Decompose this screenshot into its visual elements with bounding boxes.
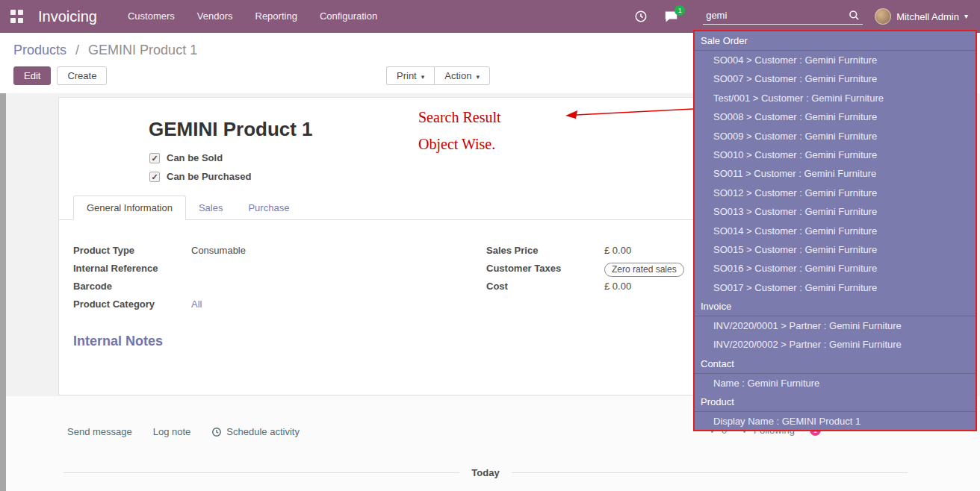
search-result-item[interactable]: SO009 > Customer : Gemini Furniture	[695, 127, 976, 146]
breadcrumb-products-link[interactable]: Products	[13, 43, 66, 57]
today-label: Today	[471, 467, 499, 478]
group-header-sale-order: Sale Order	[695, 31, 976, 51]
search-result-item[interactable]: SO007 > Customer : Gemini Furniture	[695, 69, 976, 88]
caret-down-icon: ▾	[476, 73, 480, 81]
search-result-item[interactable]: SO015 > Customer : Gemini Furniture	[695, 240, 976, 259]
avatar	[875, 8, 891, 25]
search-results-dropdown: Sale Order SO004 > Customer : Gemini Fur…	[693, 30, 977, 431]
search-result-item[interactable]: SO013 > Customer : Gemini Furniture	[695, 202, 976, 221]
messages-icon[interactable]: 1	[664, 10, 678, 23]
apps-grid-icon[interactable]	[10, 10, 25, 24]
fields-left-column: Product Type Consumable Internal Referen…	[73, 245, 357, 316]
today-divider: Today	[63, 467, 908, 478]
field-product-category: Product Category All	[73, 298, 357, 313]
clock-icon	[211, 427, 222, 437]
search-input[interactable]	[706, 10, 840, 21]
chatter-toolbar: Send message Log note Schedule activity	[67, 426, 300, 437]
breadcrumb-current: GEMINI Product 1	[88, 43, 197, 57]
group-header-invoice: Invoice	[695, 297, 976, 316]
app-title[interactable]: Invoicing	[38, 8, 97, 25]
annotation-text: Search Result Object Wise.	[418, 109, 501, 163]
field-barcode: Barcode	[73, 281, 357, 295]
search-result-item[interactable]: Test/001 > Customer : Gemini Furniture	[695, 89, 976, 107]
field-label: Barcode	[73, 281, 191, 292]
can-be-sold-checkbox[interactable]: ✓	[149, 153, 160, 163]
search-result-item[interactable]: Display Name : GEMINI Product 1	[695, 412, 976, 431]
can-be-sold-row: ✓ Can be Sold	[149, 152, 223, 163]
search-result-item[interactable]: INV/2020/0002 > Partner : Gemini Furnitu…	[695, 335, 976, 354]
search-result-item[interactable]: Name : Gemini Furniture	[695, 374, 976, 393]
menu-configuration[interactable]: Configuration	[308, 0, 388, 33]
can-be-purchased-label: Can be Purchased	[167, 171, 251, 182]
menu-reporting[interactable]: Reporting	[244, 0, 308, 33]
tab-sales[interactable]: Sales	[186, 196, 236, 219]
field-label: Cost	[486, 281, 604, 292]
field-product-type: Product Type Consumable	[73, 245, 357, 259]
tab-general-information[interactable]: General Information	[73, 196, 186, 220]
user-menu[interactable]: Mitchell Admin ▾	[875, 8, 968, 25]
tab-purchase[interactable]: Purchase	[235, 196, 302, 219]
breadcrumb: Products / GEMINI Product 1	[13, 43, 197, 58]
global-search-box[interactable]	[703, 8, 863, 25]
print-button-label: Print	[397, 70, 417, 81]
field-internal-reference: Internal Reference	[73, 263, 357, 277]
schedule-activity-label: Schedule activity	[226, 426, 300, 437]
left-scrollbar[interactable]	[0, 93, 6, 491]
group-header-contact: Contact	[695, 354, 976, 374]
action-button[interactable]: Action▾	[434, 66, 490, 85]
annotation-line-2: Object Wise.	[418, 136, 501, 153]
print-button[interactable]: Print▾	[386, 66, 434, 85]
annotation-line-1: Search Result	[418, 109, 501, 126]
annotation-arrow	[562, 103, 697, 122]
group-header-product: Product	[695, 393, 976, 412]
product-category-link[interactable]: All	[191, 298, 357, 310]
field-value: Consumable	[191, 245, 357, 256]
search-result-item[interactable]: SO010 > Customer : Gemini Furniture	[695, 146, 976, 164]
field-label: Internal Reference	[73, 263, 191, 274]
search-result-item[interactable]: SO012 > Customer : Gemini Furniture	[695, 184, 976, 202]
can-be-sold-label: Can be Sold	[167, 152, 223, 163]
caret-down-icon: ▾	[964, 13, 968, 20]
breadcrumb-separator: /	[75, 43, 79, 57]
top-navbar: Invoicing Customers Vendors Reporting Co…	[0, 0, 980, 33]
can-be-purchased-checkbox[interactable]: ✓	[149, 172, 160, 182]
field-label: Sales Price	[486, 245, 604, 256]
search-result-item[interactable]: INV/2020/0001 > Partner : Gemini Furnitu…	[695, 316, 976, 335]
main-menu: Customers Vendors Reporting Configuratio…	[117, 0, 388, 33]
log-note-button[interactable]: Log note	[153, 426, 191, 437]
send-message-button[interactable]: Send message	[67, 426, 132, 437]
caret-down-icon: ▾	[421, 73, 425, 81]
search-result-item[interactable]: SO004 > Customer : Gemini Furniture	[695, 51, 976, 69]
create-button[interactable]: Create	[57, 66, 107, 85]
field-label: Product Category	[73, 298, 191, 310]
edit-button[interactable]: Edit	[13, 66, 51, 85]
tax-tag: Zero rated sales	[604, 263, 684, 277]
messages-badge: 1	[674, 5, 685, 16]
search-result-item[interactable]: SO016 > Customer : Gemini Furniture	[695, 259, 976, 278]
action-button-label: Action	[444, 70, 471, 81]
menu-vendors[interactable]: Vendors	[186, 0, 244, 33]
search-result-item[interactable]: SO011 > Customer : Gemini Furniture	[695, 164, 976, 183]
user-name: Mitchell Admin	[896, 11, 959, 22]
field-label: Customer Taxes	[486, 263, 604, 274]
search-result-item[interactable]: SO008 > Customer : Gemini Furniture	[695, 107, 976, 126]
search-icon[interactable]	[849, 10, 860, 21]
search-result-item[interactable]: SO014 > Customer : Gemini Furniture	[695, 222, 976, 240]
search-result-item[interactable]: SO017 > Customer : Gemini Furniture	[695, 278, 976, 297]
internal-notes-heading: Internal Notes	[73, 334, 163, 349]
can-be-purchased-row: ✓ Can be Purchased	[149, 171, 251, 182]
schedule-activity-button[interactable]: Schedule activity	[211, 426, 300, 437]
field-label: Product Type	[73, 245, 191, 256]
activities-clock-icon[interactable]	[634, 10, 648, 23]
product-title: GEMINI Product 1	[149, 118, 313, 141]
menu-customers[interactable]: Customers	[117, 0, 186, 33]
